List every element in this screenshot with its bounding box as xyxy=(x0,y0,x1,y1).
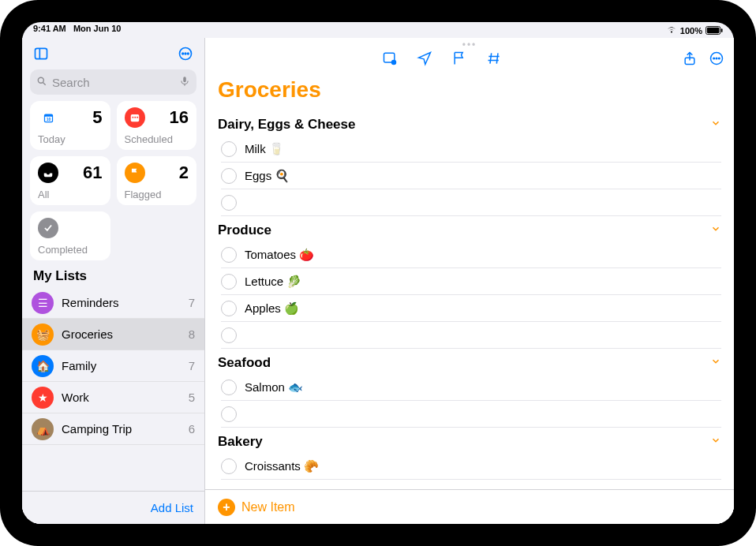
svg-point-7 xyxy=(185,53,186,54)
tag-icon[interactable] xyxy=(486,50,502,69)
smart-list-all[interactable]: 61 All xyxy=(30,156,110,205)
reminder-item[interactable]: Milk 🥛 xyxy=(221,136,721,163)
list-count: 8 xyxy=(189,327,195,341)
sidebar-list-family[interactable]: 🏠Family7 xyxy=(22,350,204,382)
list-name: Work xyxy=(62,391,181,404)
sidebar-list-work[interactable]: ★Work5 xyxy=(22,382,204,413)
svg-line-10 xyxy=(43,82,45,84)
plus-circle-icon[interactable]: + xyxy=(218,499,235,516)
template-icon[interactable]: + xyxy=(382,50,398,69)
share-icon[interactable] xyxy=(682,50,698,69)
svg-point-31 xyxy=(719,58,720,59)
svg-rect-19 xyxy=(137,117,138,118)
search-placeholder: Search xyxy=(52,76,90,89)
today-count: 5 xyxy=(92,107,102,128)
svg-line-24 xyxy=(496,53,498,63)
section-title: Produce xyxy=(218,223,271,238)
complete-radio[interactable] xyxy=(221,406,237,422)
svg-line-23 xyxy=(490,53,492,63)
calendar-today-icon: 10 xyxy=(38,107,58,128)
status-bar: 9:41 AM Mon Jun 10 100% xyxy=(22,22,734,38)
list-count: 7 xyxy=(189,296,195,309)
sidebar-list-reminders[interactable]: ☰Reminders7 xyxy=(22,287,204,319)
flagged-count: 2 xyxy=(179,163,189,183)
reminder-item[interactable] xyxy=(221,322,721,349)
svg-rect-18 xyxy=(134,117,136,118)
svg-point-9 xyxy=(38,77,43,83)
reminder-item[interactable]: Croissants 🥐 xyxy=(221,453,721,480)
svg-point-8 xyxy=(188,53,189,54)
new-item-button[interactable]: New Item xyxy=(241,500,295,514)
sidebar-list-camping-trip[interactable]: ⛺Camping Trip6 xyxy=(22,413,204,445)
reminder-item[interactable]: Apples 🍏 xyxy=(221,295,721,322)
smart-list-flagged[interactable]: 2 Flagged xyxy=(117,156,197,205)
chevron-down-icon[interactable] xyxy=(710,117,721,133)
list-count: 5 xyxy=(189,391,195,404)
more-button[interactable] xyxy=(174,43,196,65)
sidebar-toggle-button[interactable] xyxy=(30,43,52,65)
list-icon: ☰ xyxy=(32,292,54,314)
status-time: 9:41 AM xyxy=(33,24,66,33)
list-icon: 🏠 xyxy=(32,355,54,377)
reminder-item[interactable]: Lettuce 🥬 xyxy=(221,268,721,295)
complete-radio[interactable] xyxy=(221,380,237,395)
reminder-item[interactable]: Salmon 🐟 xyxy=(221,374,721,401)
svg-rect-2 xyxy=(721,28,723,32)
flag-toolbar-icon[interactable] xyxy=(451,50,467,69)
reminder-text: Lettuce 🥬 xyxy=(245,275,301,289)
my-lists-heading: My Lists xyxy=(22,260,204,287)
completed-label: Completed xyxy=(38,244,103,256)
section-header[interactable]: Bakery xyxy=(218,428,721,453)
reminder-item[interactable]: Tomatoes 🍅 xyxy=(221,241,721,268)
list-icon: ⛺ xyxy=(32,418,54,440)
reminder-text: Apples 🍏 xyxy=(245,301,299,316)
dictate-icon[interactable] xyxy=(179,75,190,90)
section-header[interactable]: Produce xyxy=(218,216,721,241)
reminder-text: Milk 🥛 xyxy=(245,142,284,156)
list-count: 7 xyxy=(189,359,195,372)
all-count: 61 xyxy=(83,163,102,183)
section-header[interactable]: Dairy, Eggs & Cheese xyxy=(218,110,721,136)
reminder-item[interactable] xyxy=(221,401,721,428)
section-header[interactable]: Seafood xyxy=(218,349,721,374)
chevron-down-icon[interactable] xyxy=(710,355,721,371)
multitasking-dots[interactable]: ••• xyxy=(205,38,734,46)
checkmark-icon xyxy=(38,218,58,238)
section-title: Seafood xyxy=(218,355,271,371)
svg-point-30 xyxy=(716,58,717,59)
reminder-text: Eggs 🍳 xyxy=(245,169,290,183)
scheduled-label: Scheduled xyxy=(125,133,189,145)
sidebar: Search 10 5 Today xyxy=(22,38,205,524)
smart-list-scheduled[interactable]: 16 Scheduled xyxy=(117,101,197,150)
more-main-icon[interactable] xyxy=(709,50,724,69)
smart-list-today[interactable]: 10 5 Today xyxy=(30,101,110,150)
smart-list-completed[interactable]: Completed xyxy=(30,211,110,260)
all-label: All xyxy=(38,189,103,200)
complete-radio[interactable] xyxy=(221,274,237,290)
status-date: Mon Jun 10 xyxy=(73,24,122,33)
scheduled-count: 16 xyxy=(170,107,189,128)
svg-rect-1 xyxy=(707,27,720,32)
reminder-item[interactable] xyxy=(221,189,721,216)
flag-icon xyxy=(125,163,145,183)
svg-rect-3 xyxy=(36,48,47,58)
complete-radio[interactable] xyxy=(221,301,237,316)
reminder-item[interactable]: Eggs 🍳 xyxy=(221,163,721,189)
chevron-down-icon[interactable] xyxy=(710,434,721,450)
today-label: Today xyxy=(38,133,103,145)
list-name: Camping Trip xyxy=(62,422,181,436)
complete-radio[interactable] xyxy=(221,168,237,184)
complete-radio[interactable] xyxy=(221,458,237,474)
complete-radio[interactable] xyxy=(221,327,237,343)
chevron-down-icon[interactable] xyxy=(710,223,721,238)
search-input[interactable]: Search xyxy=(30,69,196,95)
complete-radio[interactable] xyxy=(221,141,237,157)
sidebar-list-groceries[interactable]: 🧺Groceries8 xyxy=(22,319,204,350)
battery-percent: 100% xyxy=(680,26,702,36)
complete-radio[interactable] xyxy=(221,247,237,263)
complete-radio[interactable] xyxy=(221,195,237,211)
location-icon[interactable] xyxy=(417,50,432,69)
add-list-button[interactable]: Add List xyxy=(151,501,193,514)
list-name: Groceries xyxy=(62,327,181,341)
list-icon: ★ xyxy=(32,387,54,409)
